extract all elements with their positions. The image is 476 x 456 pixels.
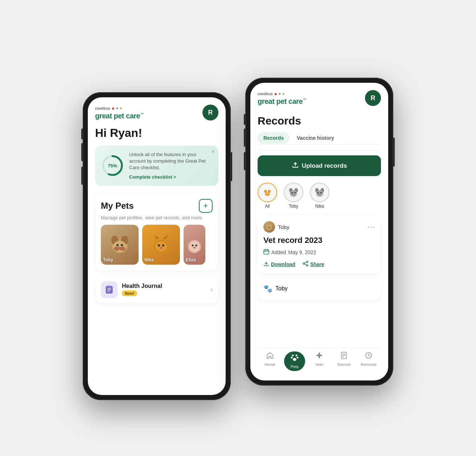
health-journal-row[interactable]: Health Journal New! › (95, 276, 218, 303)
svg-point-9 (114, 247, 120, 251)
record-card-2-partial: 🐾 Toby (258, 278, 381, 300)
phone2-vol-up-button (244, 129, 245, 147)
complete-checklist-link[interactable]: Complete checklist > (129, 174, 176, 180)
svg-rect-52 (264, 250, 269, 254)
filter-all[interactable]: All (258, 183, 277, 209)
phone2-logo-area: covetrus ● ● ● great pet care™ (258, 91, 306, 106)
phone2-covetrus-logo: covetrus ● ● ● (258, 91, 306, 97)
logo-area: covetrus ● ● ● great pet care™ (95, 105, 144, 120)
phone2-greatpetcare-logo: great pet care™ (258, 97, 306, 106)
nika-filter-label: Nika (315, 204, 324, 209)
phone-1: covetrus ● ● ● great pet care™ R Hi Ryan… (83, 92, 231, 400)
pet-card-nika[interactable]: Nika (142, 225, 180, 265)
share-button[interactable]: Share (303, 261, 324, 268)
silent-button (81, 129, 83, 139)
record-date-value-1: May 9, 2022 (288, 249, 316, 255)
red-dot-icon: ● (112, 105, 115, 111)
health-journal-title: Health Journal (122, 283, 206, 289)
partial-paw-icon: 🐾 (263, 284, 272, 293)
svg-point-44 (320, 192, 322, 194)
phone2-user-avatar-button[interactable]: R (365, 90, 381, 106)
record-icon (340, 351, 348, 361)
nika-filter-circle (310, 183, 329, 202)
my-pets-subtitle: Manage pet profiles, view pet records, a… (101, 215, 213, 220)
svg-point-58 (303, 263, 304, 264)
all-filter-circle (258, 183, 277, 202)
pet-card-eliza[interactable]: Eliza (184, 225, 205, 265)
nav-home[interactable]: Home (258, 351, 282, 371)
toby-filter-label: Toby (289, 204, 298, 209)
user-avatar-button[interactable]: R (202, 105, 218, 121)
health-journal-icon (101, 281, 118, 298)
add-pet-button[interactable]: + (199, 199, 213, 213)
svg-point-39 (292, 194, 295, 196)
phone2-orange-dot-icon: ● (282, 91, 284, 95)
phone2-red-dot-icon: ● (274, 91, 277, 97)
records-tabs: Records Vaccine history (258, 132, 381, 145)
progress-circle: 75% (101, 154, 124, 177)
partial-record-header: 🐾 Toby (263, 284, 375, 293)
vets-icon (315, 351, 323, 361)
svg-point-17 (160, 247, 163, 249)
new-badge: New! (122, 290, 137, 296)
greeting-text: Hi Ryan! (95, 126, 218, 140)
svg-point-64 (296, 357, 298, 359)
svg-point-56 (307, 261, 308, 262)
svg-point-43 (317, 192, 319, 194)
svg-point-61 (292, 355, 294, 357)
vol-down-button (81, 167, 83, 185)
svg-point-19 (189, 241, 200, 252)
upload-icon (292, 161, 299, 170)
my-pets-section: My Pets + Manage pet profiles, view pet … (95, 193, 218, 270)
phone-1-screen: covetrus ● ● ● great pet care™ R Hi Ryan… (88, 97, 226, 395)
tab-vaccine-history[interactable]: Vaccine history (291, 132, 340, 144)
nav-record[interactable]: Record (332, 351, 356, 371)
svg-point-16 (162, 244, 164, 247)
nav-pets-label: Pets (291, 365, 299, 369)
phone2-power-button (393, 138, 395, 167)
bottom-nav: Home (258, 347, 381, 373)
svg-line-74 (369, 355, 370, 356)
phone2-silent-button (244, 114, 245, 125)
svg-point-45 (318, 194, 321, 196)
pet-filter-row: All Toby (258, 183, 381, 209)
pet-card-toby[interactable]: Toby (101, 225, 139, 265)
records-title: Records (258, 115, 381, 127)
phone2-vol-down-button (244, 152, 245, 170)
home-icon (266, 351, 274, 361)
my-pets-header: My Pets + (101, 199, 213, 213)
covetrus-logo: covetrus ● ● ● (95, 105, 144, 111)
svg-line-59 (304, 262, 307, 263)
upload-records-button[interactable]: Upload records (258, 155, 381, 176)
reminders-icon (365, 351, 373, 361)
svg-point-57 (307, 265, 308, 266)
calendar-icon-1 (263, 249, 269, 256)
record-actions-1: Download (263, 261, 375, 268)
record-menu-button-1[interactable]: ··· (368, 222, 375, 232)
svg-point-62 (295, 355, 297, 357)
record-card-1-header: Toby ··· (263, 221, 375, 233)
download-label: Download (271, 261, 295, 267)
phone2-header: covetrus ● ● ● great pet care™ R (258, 90, 381, 106)
svg-line-60 (304, 264, 307, 265)
download-button[interactable]: Download (263, 261, 295, 268)
nav-reminders[interactable]: Reminde (356, 351, 381, 371)
all-filter-label: All (265, 204, 270, 209)
svg-rect-28 (108, 285, 110, 287)
record-title-1: Vet record 2023 (263, 236, 375, 245)
filter-toby[interactable]: Toby (284, 183, 303, 209)
partial-pet-name: Toby (275, 285, 288, 292)
svg-point-7 (121, 244, 123, 246)
close-banner-button[interactable]: × (212, 148, 215, 155)
tab-records[interactable]: Records (258, 132, 290, 144)
record-toby-avatar (263, 221, 275, 233)
orange-dot-icon: ● (120, 106, 122, 110)
nav-pets[interactable]: Pets (282, 351, 307, 371)
svg-point-20 (192, 244, 194, 246)
phones-container: covetrus ● ● ● great pet care™ R Hi Ryan… (83, 56, 393, 400)
svg-point-38 (294, 192, 296, 194)
nav-vets[interactable]: Vets (307, 351, 332, 371)
health-journal-arrow-icon: › (210, 286, 213, 293)
svg-point-36 (290, 190, 297, 197)
filter-nika[interactable]: Nika (310, 183, 329, 209)
